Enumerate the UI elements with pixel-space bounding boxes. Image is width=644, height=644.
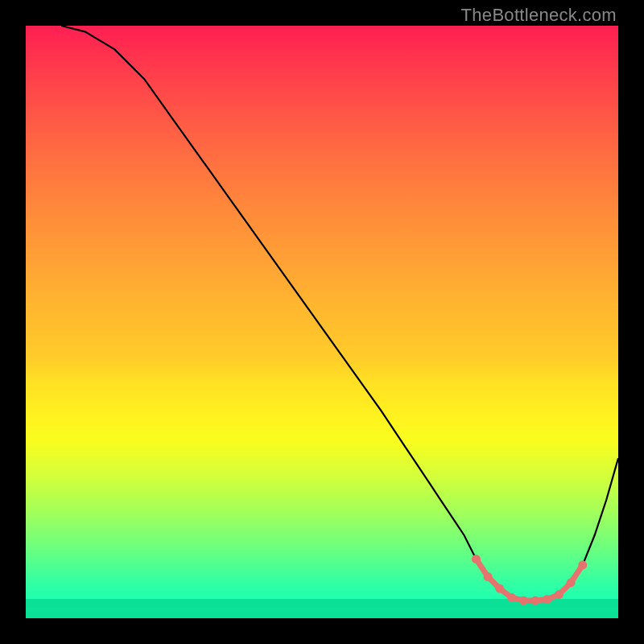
chart-frame: TheBottleneck.com (0, 0, 644, 644)
svg-point-18 (578, 560, 587, 569)
plot-area (26, 26, 618, 618)
bottleneck-curve (61, 26, 618, 601)
watermark-text: TheBottleneck.com (461, 5, 617, 26)
chart-overlay (26, 26, 618, 618)
highlight-dots (472, 555, 587, 605)
